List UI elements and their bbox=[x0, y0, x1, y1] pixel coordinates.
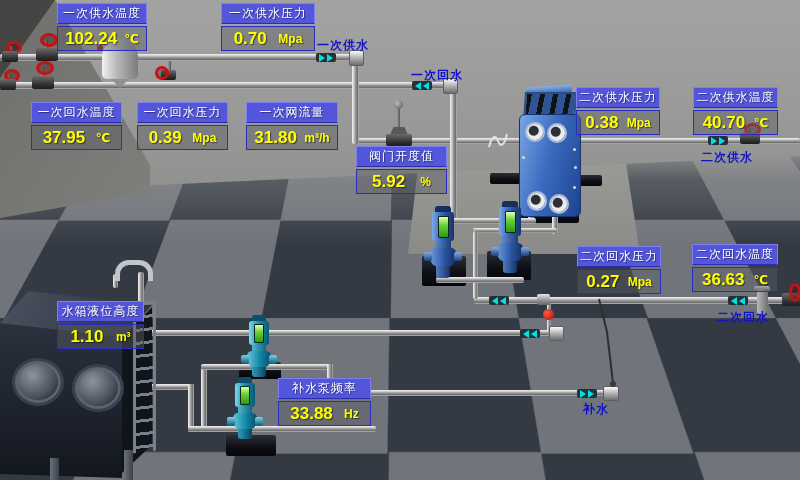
ball-valve-red-knob bbox=[543, 309, 554, 320]
flow-arrows-right-icon bbox=[577, 389, 597, 398]
bolt-dot bbox=[522, 156, 525, 159]
pump-flange bbox=[227, 417, 235, 426]
databox-valve-opening: 阀门开度值 5.92% bbox=[356, 146, 447, 194]
databox-value: 1.10m³ bbox=[57, 324, 144, 349]
valve-handwheel-icon bbox=[40, 33, 58, 47]
primary-supply-drop-pipe bbox=[352, 60, 359, 144]
pump-volute bbox=[233, 413, 257, 430]
databox-value: 0.27Mpa bbox=[577, 269, 661, 294]
valve-handwheel-icon bbox=[789, 283, 800, 302]
tank-fill-pipe bbox=[146, 330, 562, 336]
tank-leg bbox=[124, 450, 133, 480]
databox-value: 102.24℃ bbox=[57, 26, 147, 51]
pipe-label-secondary-supply: 二次供水 bbox=[701, 149, 753, 166]
pump-flange bbox=[454, 252, 462, 261]
flow-arrows-left-icon bbox=[728, 296, 748, 305]
drain-valve-handle-icon bbox=[155, 66, 169, 80]
databox-value: 0.70Mpa bbox=[221, 26, 315, 51]
pump-volute bbox=[247, 351, 271, 368]
exchanger-feed-pipe bbox=[352, 138, 532, 144]
databox-value: 40.70℃ bbox=[693, 110, 778, 135]
valve-body bbox=[2, 51, 18, 62]
databox-secondary-return-temp: 二次回水温度 36.63℃ bbox=[692, 244, 778, 292]
databox-title: 二次供水压力 bbox=[576, 87, 660, 108]
bolt-dot bbox=[574, 166, 577, 169]
databox-secondary-return-pressure: 二次回水压力 0.27Mpa bbox=[577, 246, 661, 294]
databox-title: 一次供水温度 bbox=[57, 3, 147, 24]
heat-exchanger-port bbox=[551, 196, 567, 212]
primary-return-pipe bbox=[0, 82, 452, 89]
control-valve-body bbox=[386, 134, 412, 146]
pump-foot bbox=[436, 266, 450, 278]
pump-foot bbox=[503, 261, 517, 273]
pump-flange bbox=[424, 252, 432, 261]
databox-makeup-pump-frequency: 补水泵频率 33.88Hz bbox=[278, 378, 371, 426]
makeup-pump-2 bbox=[233, 377, 257, 439]
pump-status-indicator bbox=[505, 211, 516, 233]
circulation-pump-1 bbox=[430, 206, 456, 278]
valve-handwheel-icon bbox=[36, 61, 54, 75]
databox-title: 一次回水温度 bbox=[31, 102, 122, 123]
bolt-dot bbox=[573, 148, 576, 151]
heat-exchanger-port bbox=[527, 124, 543, 140]
databox-value: 36.63℃ bbox=[692, 267, 778, 292]
databox-title: 水箱液位高度 bbox=[57, 301, 144, 322]
tank-manhole bbox=[12, 358, 64, 406]
databox-secondary-supply-temp: 二次供水温度 40.70℃ bbox=[693, 87, 778, 135]
pipe-label-makeup: 补水 bbox=[583, 401, 609, 418]
flow-arrows-left-icon bbox=[520, 329, 540, 338]
databox-primary-supply-temp: 一次供水温度 102.24℃ bbox=[57, 3, 147, 51]
valve-body bbox=[36, 48, 58, 61]
databox-primary-flow: 一次网流量 31.80m³/h bbox=[246, 102, 338, 150]
pump-flange bbox=[269, 355, 277, 364]
databox-value: 0.39Mpa bbox=[137, 125, 228, 150]
pump-foot bbox=[238, 429, 252, 439]
pump-status-indicator bbox=[254, 324, 264, 343]
databox-title: 补水泵频率 bbox=[278, 378, 371, 399]
databox-title: 二次回水温度 bbox=[692, 244, 778, 265]
databox-title: 一次网流量 bbox=[246, 102, 338, 123]
circulation-pump-2 bbox=[497, 201, 523, 273]
databox-value: 37.95℃ bbox=[31, 125, 122, 150]
pipe-flange bbox=[603, 386, 619, 401]
pump-foot bbox=[252, 367, 266, 377]
databox-tank-level: 水箱液位高度 1.10m³ bbox=[57, 301, 144, 349]
secondary-supply-pipe bbox=[562, 138, 800, 144]
databox-primary-supply-pressure: 一次供水压力 0.70Mpa bbox=[221, 3, 315, 51]
pipe-flange bbox=[549, 326, 564, 341]
control-valve-knob bbox=[394, 100, 403, 109]
tank-leg bbox=[50, 458, 59, 480]
pipe-coupling bbox=[537, 294, 550, 305]
pump-flange bbox=[255, 417, 263, 426]
pipe-label-primary-supply: 一次供水 bbox=[317, 37, 369, 54]
pump-status-indicator bbox=[240, 386, 250, 405]
databox-secondary-supply-pressure: 二次供水压力 0.38Mpa bbox=[576, 87, 660, 135]
pipe-label-primary-return: 一次回水 bbox=[411, 67, 463, 84]
databox-value: 33.88Hz bbox=[278, 401, 371, 426]
makeup-left-riser bbox=[188, 384, 194, 432]
databox-primary-return-temp: 一次回水温度 37.95℃ bbox=[31, 102, 122, 150]
databox-title: 二次供水温度 bbox=[693, 87, 778, 108]
pump-volute bbox=[497, 243, 523, 262]
pump-status-indicator bbox=[438, 216, 449, 238]
return-riser bbox=[473, 231, 478, 299]
bolt-dot bbox=[573, 186, 576, 189]
flow-arrows-right-icon bbox=[316, 53, 336, 62]
makeup-loop-left-riser bbox=[201, 366, 207, 430]
pipe-label-secondary-return: 二次回水 bbox=[717, 309, 769, 326]
valve-body bbox=[0, 79, 16, 90]
hmi-heat-station-screen: 一次供水 一次回水 二次供水 二次回水 补水 一次供水温度 102.24℃ 一次… bbox=[0, 0, 800, 480]
databox-title: 一次回水压力 bbox=[137, 102, 228, 123]
databox-title: 阀门开度值 bbox=[356, 146, 447, 167]
databox-value: 0.38Mpa bbox=[576, 110, 660, 135]
secondary-return-pipe bbox=[474, 297, 800, 304]
tank-manhole bbox=[72, 364, 124, 412]
heat-exchanger-port bbox=[549, 125, 565, 141]
flow-arrows-right-icon bbox=[708, 136, 728, 145]
tank-vent-gooseneck bbox=[115, 260, 153, 281]
pump-volute bbox=[430, 248, 456, 267]
flow-arrows-left-icon bbox=[489, 296, 509, 305]
databox-primary-return-pressure: 一次回水压力 0.39Mpa bbox=[137, 102, 228, 150]
databox-title: 一次供水压力 bbox=[221, 3, 315, 24]
pump-flange bbox=[521, 247, 529, 256]
